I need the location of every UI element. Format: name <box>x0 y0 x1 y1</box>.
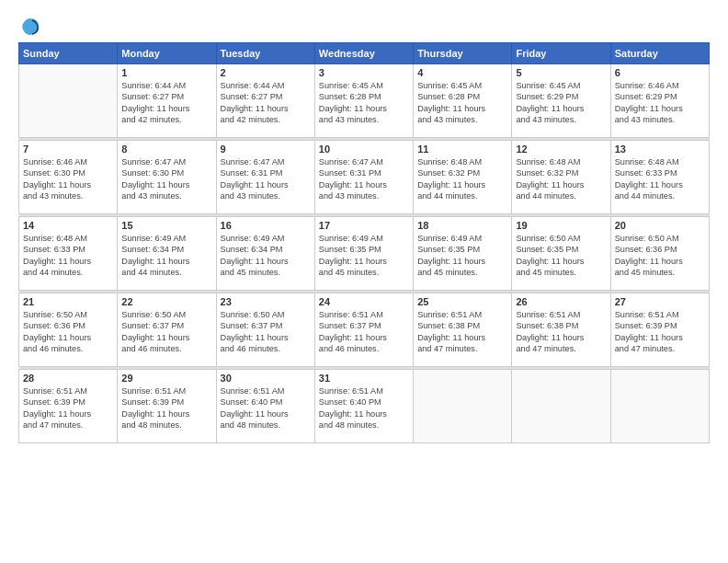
week-row-5: 28Sunrise: 6:51 AMSunset: 6:39 PMDayligh… <box>19 370 710 443</box>
calendar-header-thursday: Thursday <box>414 43 512 64</box>
day-number: 29 <box>121 373 211 384</box>
day-number: 13 <box>615 144 705 155</box>
day-number: 15 <box>121 220 211 231</box>
day-info: Sunrise: 6:48 AMSunset: 6:32 PMDaylight:… <box>516 156 606 202</box>
header <box>18 17 710 35</box>
day-number: 4 <box>417 67 507 78</box>
calendar-cell: 25Sunrise: 6:51 AMSunset: 6:38 PMDayligh… <box>414 293 512 367</box>
day-info: Sunrise: 6:49 AMSunset: 6:34 PMDaylight:… <box>121 233 211 279</box>
day-info: Sunrise: 6:44 AMSunset: 6:27 PMDaylight:… <box>221 80 311 126</box>
calendar-cell: 19Sunrise: 6:50 AMSunset: 6:35 PMDayligh… <box>512 217 610 291</box>
calendar-cell: 5Sunrise: 6:45 AMSunset: 6:29 PMDaylight… <box>512 64 610 138</box>
calendar-header-friday: Friday <box>512 43 610 64</box>
calendar-cell: 3Sunrise: 6:45 AMSunset: 6:28 PMDaylight… <box>314 64 413 138</box>
calendar-cell: 27Sunrise: 6:51 AMSunset: 6:39 PMDayligh… <box>610 293 709 367</box>
calendar-header-monday: Monday <box>118 43 216 64</box>
day-number: 9 <box>221 144 311 155</box>
week-row-4: 21Sunrise: 6:50 AMSunset: 6:36 PMDayligh… <box>19 293 710 367</box>
day-info: Sunrise: 6:50 AMSunset: 6:36 PMDaylight:… <box>23 309 113 355</box>
calendar-cell <box>414 370 512 443</box>
day-number: 1 <box>121 67 211 78</box>
day-info: Sunrise: 6:45 AMSunset: 6:28 PMDaylight:… <box>417 80 507 126</box>
calendar-cell: 24Sunrise: 6:51 AMSunset: 6:37 PMDayligh… <box>314 293 413 367</box>
day-number: 26 <box>516 296 606 307</box>
day-info: Sunrise: 6:48 AMSunset: 6:33 PMDaylight:… <box>615 156 705 202</box>
day-number: 8 <box>121 144 211 155</box>
day-info: Sunrise: 6:48 AMSunset: 6:32 PMDaylight:… <box>417 156 507 202</box>
calendar-cell: 8Sunrise: 6:47 AMSunset: 6:30 PMDaylight… <box>118 141 216 214</box>
calendar-cell: 7Sunrise: 6:46 AMSunset: 6:30 PMDaylight… <box>19 141 118 214</box>
page: SundayMondayTuesdayWednesdayThursdayFrid… <box>0 0 728 563</box>
day-number: 2 <box>221 67 311 78</box>
day-info: Sunrise: 6:51 AMSunset: 6:39 PMDaylight:… <box>615 309 705 355</box>
logo <box>18 17 40 35</box>
day-number: 6 <box>615 67 705 78</box>
calendar-cell: 1Sunrise: 6:44 AMSunset: 6:27 PMDaylight… <box>118 64 216 138</box>
day-info: Sunrise: 6:46 AMSunset: 6:29 PMDaylight:… <box>615 80 705 126</box>
day-number: 28 <box>23 373 113 384</box>
calendar-cell: 30Sunrise: 6:51 AMSunset: 6:40 PMDayligh… <box>216 370 314 443</box>
calendar-cell: 26Sunrise: 6:51 AMSunset: 6:38 PMDayligh… <box>512 293 610 367</box>
calendar-cell: 11Sunrise: 6:48 AMSunset: 6:32 PMDayligh… <box>414 141 512 214</box>
day-number: 3 <box>319 67 409 78</box>
day-number: 7 <box>23 144 113 155</box>
day-number: 14 <box>23 220 113 231</box>
day-info: Sunrise: 6:50 AMSunset: 6:37 PMDaylight:… <box>221 309 311 355</box>
day-number: 25 <box>417 296 507 307</box>
calendar-cell: 28Sunrise: 6:51 AMSunset: 6:39 PMDayligh… <box>19 370 118 443</box>
day-number: 23 <box>221 296 311 307</box>
day-number: 18 <box>417 220 507 231</box>
calendar-header-row: SundayMondayTuesdayWednesdayThursdayFrid… <box>19 43 710 64</box>
logo-icon <box>20 17 40 37</box>
day-number: 27 <box>615 296 705 307</box>
day-number: 22 <box>121 296 211 307</box>
calendar-cell: 21Sunrise: 6:50 AMSunset: 6:36 PMDayligh… <box>19 293 118 367</box>
calendar-cell: 17Sunrise: 6:49 AMSunset: 6:35 PMDayligh… <box>314 217 413 291</box>
calendar-cell: 9Sunrise: 6:47 AMSunset: 6:31 PMDaylight… <box>216 141 314 214</box>
day-number: 12 <box>516 144 606 155</box>
calendar-cell: 31Sunrise: 6:51 AMSunset: 6:40 PMDayligh… <box>314 370 413 443</box>
day-info: Sunrise: 6:51 AMSunset: 6:39 PMDaylight:… <box>23 385 113 431</box>
calendar-cell <box>610 370 709 443</box>
day-info: Sunrise: 6:50 AMSunset: 6:37 PMDaylight:… <box>121 309 211 355</box>
day-info: Sunrise: 6:51 AMSunset: 6:40 PMDaylight:… <box>221 385 311 431</box>
day-info: Sunrise: 6:48 AMSunset: 6:33 PMDaylight:… <box>23 233 113 279</box>
day-number: 20 <box>615 220 705 231</box>
day-info: Sunrise: 6:47 AMSunset: 6:31 PMDaylight:… <box>319 156 409 202</box>
calendar-cell: 18Sunrise: 6:49 AMSunset: 6:35 PMDayligh… <box>414 217 512 291</box>
calendar-cell: 10Sunrise: 6:47 AMSunset: 6:31 PMDayligh… <box>314 141 413 214</box>
calendar-header-wednesday: Wednesday <box>314 43 413 64</box>
day-number: 21 <box>23 296 113 307</box>
calendar-cell <box>19 64 118 138</box>
calendar-header-tuesday: Tuesday <box>216 43 314 64</box>
calendar-cell: 15Sunrise: 6:49 AMSunset: 6:34 PMDayligh… <box>118 217 216 291</box>
day-number: 17 <box>319 220 409 231</box>
day-info: Sunrise: 6:46 AMSunset: 6:30 PMDaylight:… <box>23 156 113 202</box>
day-number: 11 <box>417 144 507 155</box>
calendar-table: SundayMondayTuesdayWednesdayThursdayFrid… <box>18 42 710 443</box>
day-info: Sunrise: 6:50 AMSunset: 6:35 PMDaylight:… <box>516 233 606 279</box>
day-info: Sunrise: 6:51 AMSunset: 6:39 PMDaylight:… <box>121 385 211 431</box>
day-number: 10 <box>319 144 409 155</box>
day-info: Sunrise: 6:51 AMSunset: 6:37 PMDaylight:… <box>319 309 409 355</box>
day-info: Sunrise: 6:49 AMSunset: 6:35 PMDaylight:… <box>319 233 409 279</box>
day-number: 19 <box>516 220 606 231</box>
week-row-2: 7Sunrise: 6:46 AMSunset: 6:30 PMDaylight… <box>19 141 710 214</box>
calendar-cell: 29Sunrise: 6:51 AMSunset: 6:39 PMDayligh… <box>118 370 216 443</box>
day-info: Sunrise: 6:51 AMSunset: 6:38 PMDaylight:… <box>417 309 507 355</box>
day-info: Sunrise: 6:49 AMSunset: 6:35 PMDaylight:… <box>417 233 507 279</box>
day-number: 31 <box>319 373 409 384</box>
calendar-cell: 14Sunrise: 6:48 AMSunset: 6:33 PMDayligh… <box>19 217 118 291</box>
day-info: Sunrise: 6:47 AMSunset: 6:31 PMDaylight:… <box>221 156 311 202</box>
calendar-header-saturday: Saturday <box>610 43 709 64</box>
calendar-cell: 22Sunrise: 6:50 AMSunset: 6:37 PMDayligh… <box>118 293 216 367</box>
day-info: Sunrise: 6:49 AMSunset: 6:34 PMDaylight:… <box>221 233 311 279</box>
calendar-cell: 16Sunrise: 6:49 AMSunset: 6:34 PMDayligh… <box>216 217 314 291</box>
week-row-3: 14Sunrise: 6:48 AMSunset: 6:33 PMDayligh… <box>19 217 710 291</box>
day-number: 5 <box>516 67 606 78</box>
calendar-header-sunday: Sunday <box>19 43 118 64</box>
calendar-cell: 20Sunrise: 6:50 AMSunset: 6:36 PMDayligh… <box>610 217 709 291</box>
calendar-cell: 4Sunrise: 6:45 AMSunset: 6:28 PMDaylight… <box>414 64 512 138</box>
day-number: 30 <box>221 373 311 384</box>
day-info: Sunrise: 6:47 AMSunset: 6:30 PMDaylight:… <box>121 156 211 202</box>
